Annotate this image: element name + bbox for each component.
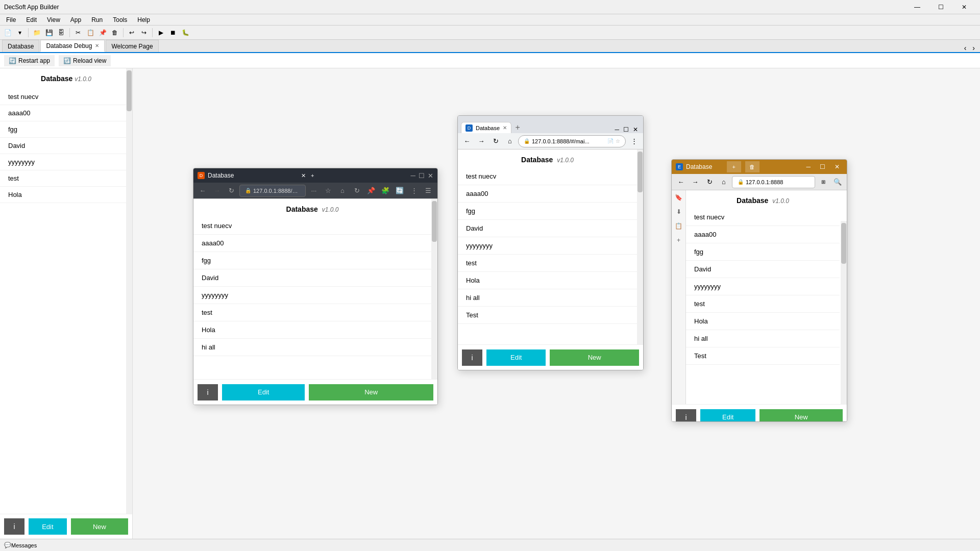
list-item[interactable]: Test xyxy=(686,347,840,365)
firefox-back-btn[interactable]: ← xyxy=(197,185,209,197)
menu-file[interactable]: File xyxy=(2,15,20,24)
edge-tab-btn[interactable]: ⊞ xyxy=(817,176,829,188)
tab-database[interactable]: Database xyxy=(2,40,39,52)
list-item[interactable]: fgg xyxy=(0,121,132,138)
list-item[interactable]: hi all xyxy=(193,339,431,356)
firefox-ext-btn[interactable]: 🧩 xyxy=(379,185,391,197)
tb-run-btn[interactable]: ▶ xyxy=(155,27,166,38)
edge-home-btn[interactable]: ⌂ xyxy=(718,176,730,188)
firefox-x-btn[interactable]: ✕ xyxy=(428,172,433,180)
left-panel-scrollbar[interactable] xyxy=(126,68,132,539)
firefox-apps-btn[interactable]: ⋮ xyxy=(408,185,420,197)
edge-edit-btn[interactable]: Edit xyxy=(700,409,755,422)
menu-tools[interactable]: Tools xyxy=(109,15,131,24)
firefox-sync-btn[interactable]: 🔄 xyxy=(394,185,406,197)
chrome-close-btn[interactable]: ✕ xyxy=(631,126,640,133)
menu-view[interactable]: View xyxy=(43,15,64,24)
firefox-scrollbar[interactable] xyxy=(431,199,437,380)
list-item[interactable]: test nuecv xyxy=(193,217,431,235)
firefox-refresh-btn[interactable]: ↻ xyxy=(225,185,237,197)
list-item[interactable]: Hola xyxy=(0,187,132,203)
tb-save-btn[interactable]: 💾 xyxy=(43,27,55,38)
edge-address-bar[interactable]: 🔒 127.0.0.1:8888 xyxy=(732,176,815,188)
tab-welcome-page[interactable]: Welcome Page xyxy=(106,40,158,52)
tb-open-btn[interactable]: 📁 xyxy=(31,27,42,38)
tab-database-debug[interactable]: Database Debug ✕ xyxy=(40,40,105,52)
firefox-hamburger-btn[interactable]: ☰ xyxy=(422,185,434,197)
tb-undo-btn[interactable]: ↩ xyxy=(126,27,137,38)
list-item[interactable]: yyyyyyyy xyxy=(0,154,132,170)
chrome-home-btn[interactable]: ⌂ xyxy=(504,135,516,147)
edge-add-btn[interactable]: + xyxy=(727,161,741,172)
firefox-bookmark-btn[interactable]: ☆ xyxy=(322,185,334,197)
firefox-new-tab-btn[interactable]: + xyxy=(311,172,314,179)
edge-refresh-btn[interactable]: ↻ xyxy=(703,176,716,188)
firefox-forward-btn[interactable]: → xyxy=(211,185,223,197)
tb-new-btn[interactable]: 📄 xyxy=(2,27,13,38)
list-item[interactable]: Test xyxy=(458,307,637,324)
edge-sidebar-download[interactable]: ⬇ xyxy=(674,207,684,217)
list-item[interactable]: aaaa00 xyxy=(0,105,132,121)
list-item[interactable]: hi all xyxy=(458,289,637,307)
menu-app[interactable]: App xyxy=(66,15,85,24)
edge-min-btn[interactable]: ─ xyxy=(803,163,814,170)
chrome-new-tab-btn[interactable]: + xyxy=(511,122,524,133)
list-item[interactable]: hi all xyxy=(686,330,840,347)
new-button[interactable]: New xyxy=(71,518,128,535)
chrome-tab-close[interactable]: ✕ xyxy=(503,125,507,131)
list-item[interactable]: David xyxy=(0,138,132,154)
chrome-address-bar[interactable]: 🔒 127.0.0.1:8888/#/mai... 📄 ☆ xyxy=(518,135,626,147)
chrome-edit-btn[interactable]: Edit xyxy=(486,349,546,366)
menu-edit[interactable]: Edit xyxy=(22,15,41,24)
edge-forward-btn[interactable]: → xyxy=(689,176,701,188)
list-item[interactable]: yyyyyyyy xyxy=(193,287,431,304)
edit-button[interactable]: Edit xyxy=(29,518,67,535)
firefox-address-bar[interactable]: 🔒 127.0.0.1:8888/#/main/ xyxy=(239,185,306,197)
next-tab-btn[interactable]: › xyxy=(969,44,978,52)
firefox-max-btn[interactable]: ☐ xyxy=(419,172,425,180)
minimize-button[interactable]: — xyxy=(905,0,929,14)
list-item[interactable]: test xyxy=(686,295,840,313)
chrome-forward-btn[interactable]: → xyxy=(475,135,487,147)
chrome-more-btn[interactable]: ⋮ xyxy=(628,135,640,147)
close-button[interactable]: ✕ xyxy=(952,0,976,14)
edge-search-btn[interactable]: 🔍 xyxy=(831,176,844,188)
tb-redo-btn[interactable]: ↪ xyxy=(138,27,150,38)
edge-scrollbar[interactable] xyxy=(841,221,847,404)
list-item[interactable]: fgg xyxy=(458,203,637,220)
info-button[interactable]: i xyxy=(4,518,24,535)
chrome-back-btn[interactable]: ← xyxy=(461,135,473,147)
list-item[interactable]: test nuecv xyxy=(458,168,637,185)
list-item[interactable]: David xyxy=(193,269,431,287)
tb-copy-btn[interactable]: 📋 xyxy=(85,27,96,38)
list-item[interactable]: test nuecv xyxy=(0,89,132,105)
edge-trash-btn[interactable]: 🗑 xyxy=(745,161,760,172)
chrome-new-btn[interactable]: New xyxy=(550,349,639,366)
tb-dropdown-btn[interactable]: ▾ xyxy=(14,27,26,38)
firefox-home-btn[interactable]: ⌂ xyxy=(336,185,349,197)
list-item[interactable]: Hola xyxy=(686,313,840,330)
list-item[interactable]: yyyyyyyy xyxy=(686,278,840,295)
list-item[interactable]: aaaa00 xyxy=(458,185,637,203)
chrome-info-btn[interactable]: i xyxy=(462,349,482,366)
edge-max-btn[interactable]: ☐ xyxy=(817,163,828,170)
chrome-refresh-btn[interactable]: ↻ xyxy=(489,135,502,147)
list-item[interactable]: David xyxy=(686,261,840,278)
chrome-tab[interactable]: D Database ✕ xyxy=(461,122,511,133)
firefox-close-btn[interactable]: ✕ xyxy=(301,172,306,179)
list-item[interactable]: fgg xyxy=(686,243,840,261)
firefox-pin-btn[interactable]: 📌 xyxy=(365,185,377,197)
edge-info-btn[interactable]: i xyxy=(676,409,696,422)
prev-tab-btn[interactable]: ‹ xyxy=(961,44,970,52)
chrome-max-btn[interactable]: ☐ xyxy=(621,126,631,133)
list-item[interactable]: aaaa00 xyxy=(686,226,840,243)
list-item[interactable]: David xyxy=(458,220,637,237)
tb-save-all-btn[interactable]: 🗄 xyxy=(56,27,67,38)
list-item[interactable]: Hola xyxy=(193,321,431,339)
chrome-scrollbar[interactable] xyxy=(637,149,643,345)
tb-debug-btn[interactable]: 🐛 xyxy=(180,27,191,38)
list-item[interactable]: test xyxy=(0,170,132,187)
tb-delete-btn[interactable]: 🗑 xyxy=(109,27,120,38)
list-item[interactable]: fgg xyxy=(193,252,431,269)
firefox-edit-btn[interactable]: Edit xyxy=(222,384,305,400)
